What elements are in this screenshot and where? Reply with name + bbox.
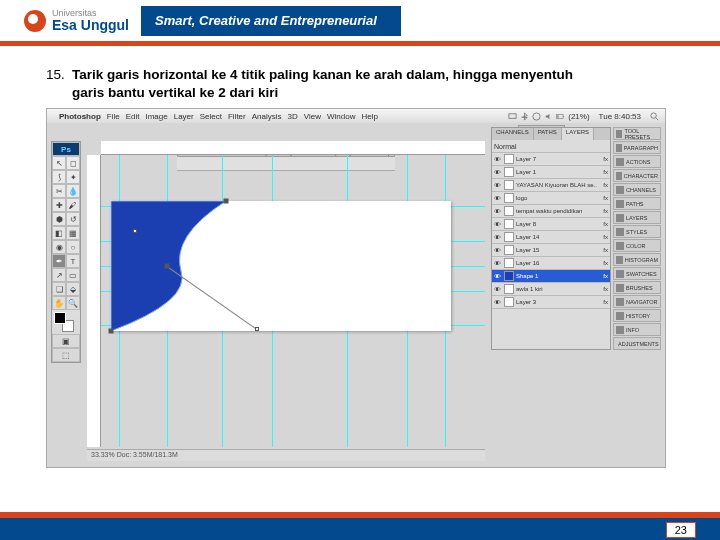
layer-row[interactable]: 👁Layer 16fx — [492, 257, 610, 270]
lasso-tool-icon[interactable]: ⟆ — [52, 170, 66, 184]
collapsed-panels: TOOL PRESETSPARAGRAPHACTIONSCHARACTERCHA… — [613, 127, 661, 350]
color-swatch[interactable] — [52, 310, 80, 334]
visibility-icon: 👁 — [494, 299, 502, 306]
layer-row[interactable]: 👁logofx — [492, 192, 610, 205]
logo-icon — [24, 10, 46, 32]
layer-row[interactable]: 👁awla 1 kirifx — [492, 283, 610, 296]
svg-line-6 — [655, 117, 658, 120]
panel-tab[interactable]: TOOL PRESETS — [613, 127, 661, 140]
layer-row[interactable]: 👁YAYASAN Kiyuoran BLAH se..fx — [492, 179, 610, 192]
visibility-icon: 👁 — [494, 182, 502, 189]
slide-footer: 23 — [0, 512, 720, 540]
move-tool-icon[interactable]: ↖ — [52, 156, 66, 170]
marquee-tool-icon[interactable]: ◻ — [66, 156, 80, 170]
panel-tab[interactable]: SWATCHES — [613, 267, 661, 280]
dodge-tool-icon[interactable]: ○ — [66, 240, 80, 254]
screenmode-icon[interactable]: ⬚ — [52, 348, 80, 362]
canvas-area: Spanduk.psd @ 33.3% (Shape 1, RGB/8) — [87, 141, 485, 447]
volume-icon — [544, 112, 553, 121]
visibility-icon: 👁 — [494, 221, 502, 228]
anchor-point — [165, 264, 170, 269]
shape-tool-icon[interactable]: ▭ — [66, 268, 80, 282]
visibility-icon: 👁 — [494, 286, 502, 293]
eyedropper-tool-icon[interactable]: 💧 — [66, 184, 80, 198]
photoshop-screenshot: Photoshop FileEditImageLayerSelectFilter… — [46, 108, 666, 468]
anchor-point — [224, 199, 229, 204]
brush-tool-icon[interactable]: 🖌 — [66, 198, 80, 212]
gradient-tool-icon[interactable]: ▦ — [66, 226, 80, 240]
visibility-icon: 👁 — [494, 208, 502, 215]
ruler-horizontal — [101, 141, 485, 155]
anchor-point — [109, 329, 114, 334]
display-icon — [508, 112, 517, 121]
options-bar — [177, 157, 395, 171]
visibility-icon: 👁 — [494, 247, 502, 254]
layer-row[interactable]: 👁Layer 14fx — [492, 231, 610, 244]
layer-row[interactable]: 👁Layer 7fx — [492, 153, 610, 166]
layer-row[interactable]: 👁tempat waktu pendidikanfx — [492, 205, 610, 218]
layer-row[interactable]: 👁Layer 8fx — [492, 218, 610, 231]
blend-mode-row[interactable]: Normal — [492, 140, 610, 153]
status-bar: 33.33% Doc: 3.55M/181.3M — [87, 449, 485, 461]
stamp-tool-icon[interactable]: ⬢ — [52, 212, 66, 226]
history-brush-icon[interactable]: ↺ — [66, 212, 80, 226]
panel-tab[interactable]: PATHS — [613, 197, 661, 210]
layer-row[interactable]: 👁Layer 1fx — [492, 166, 610, 179]
wand-tool-icon[interactable]: ✦ — [66, 170, 80, 184]
path-tool-icon[interactable]: ↗ — [52, 268, 66, 282]
layers-panel: CHANNELSPATHSLAYERS Normal 👁Layer 7fx👁La… — [491, 127, 611, 350]
eraser-tool-icon[interactable]: ◧ — [52, 226, 66, 240]
panel-tab[interactable]: BRUSHES — [613, 281, 661, 294]
tagline: Smart, Creative and Entrepreneurial — [141, 6, 401, 36]
svg-rect-3 — [563, 116, 564, 117]
ruler-vertical — [87, 155, 101, 447]
bluetooth-icon — [520, 112, 529, 121]
battery-icon — [556, 112, 565, 121]
handle-point — [255, 327, 259, 331]
tools-panel: Ps ↖◻ ⟆✦ ✂💧 ✚🖌 ⬢↺ ◧▦ ◉○ ✒T ↗▭ ❏⬙ ✋🔍 ▣ ⬚ — [51, 141, 81, 363]
spotlight-icon — [650, 112, 659, 121]
clock-icon — [532, 112, 541, 121]
svg-point-1 — [533, 113, 540, 120]
handle-point — [133, 229, 137, 233]
visibility-icon: 👁 — [494, 260, 502, 267]
panel-tab[interactable]: STYLES — [613, 225, 661, 238]
panel-tab[interactable]: ADJUSTMENTS — [613, 337, 661, 350]
hand-tool-icon[interactable]: ✋ — [52, 296, 66, 310]
instruction-text: 15.Tarik garis horizontal ke 4 titik pal… — [46, 66, 674, 102]
layer-row[interactable]: 👁Layer 15fx — [492, 244, 610, 257]
type-tool-icon[interactable]: T — [66, 254, 80, 268]
crop-tool-icon[interactable]: ✂ — [52, 184, 66, 198]
visibility-icon: 👁 — [494, 234, 502, 241]
panel-tab[interactable]: ACTIONS — [613, 155, 661, 168]
zoom-tool-icon[interactable]: 🔍 — [66, 296, 80, 310]
quickmask-icon[interactable]: ▣ — [52, 334, 80, 348]
heal-tool-icon[interactable]: ✚ — [52, 198, 66, 212]
svg-rect-0 — [509, 114, 516, 119]
panel-tab[interactable]: INFO — [613, 323, 661, 336]
panel-tab[interactable]: HISTORY — [613, 309, 661, 322]
slide-header: UniversitasEsa Unggul Smart, Creative an… — [0, 0, 720, 46]
panel-tabs[interactable]: CHANNELSPATHSLAYERS — [492, 128, 610, 140]
layer-row[interactable]: 👁Layer 3fx — [492, 296, 610, 309]
panel-tab[interactable]: CHANNELS — [613, 183, 661, 196]
university-name: UniversitasEsa Unggul — [52, 9, 129, 32]
layer-row[interactable]: 👁Shape 1fx — [492, 270, 610, 283]
artboard — [111, 201, 451, 331]
svg-rect-4 — [558, 115, 559, 118]
3d-cam-icon[interactable]: ⬙ — [66, 282, 80, 296]
blur-tool-icon[interactable]: ◉ — [52, 240, 66, 254]
panel-tab[interactable]: COLOR — [613, 239, 661, 252]
panel-tab[interactable]: HISTOGRAM — [613, 253, 661, 266]
panel-tab[interactable]: PARAGRAPH — [613, 141, 661, 154]
panel-tab[interactable]: LAYERS — [613, 211, 661, 224]
ps-icon: Ps — [52, 142, 80, 156]
panel-tab[interactable]: CHARACTER — [613, 169, 661, 182]
visibility-icon: 👁 — [494, 169, 502, 176]
visibility-icon: 👁 — [494, 156, 502, 163]
pen-tool-icon[interactable]: ✒ — [52, 254, 66, 268]
3d-tool-icon[interactable]: ❏ — [52, 282, 66, 296]
visibility-icon: 👁 — [494, 195, 502, 202]
page-number: 23 — [666, 522, 696, 538]
panel-tab[interactable]: NAVIGATOR — [613, 295, 661, 308]
